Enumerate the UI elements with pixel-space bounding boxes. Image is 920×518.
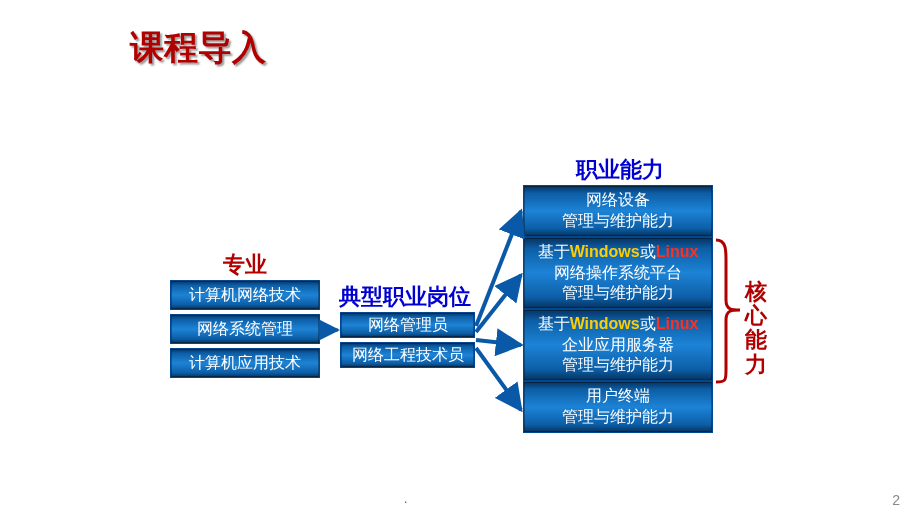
specialty-label: 计算机网络技术 [189, 285, 301, 306]
job-box-1: 网络工程技术员 [340, 342, 475, 368]
job-label: 网络工程技术员 [352, 345, 464, 366]
col-title-jobs: 典型职业岗位 [335, 282, 475, 312]
side-label-core: 核心能力 [745, 280, 767, 377]
skill-line: 管理与维护能力 [562, 283, 674, 304]
connectors-svg [0, 0, 920, 518]
skill-accent: 基于Windows或Linux [538, 314, 699, 335]
skills-stack: 网络设备 管理与维护能力 基于Windows或Linux 网络操作系统平台 管理… [523, 185, 713, 433]
side-label-text: 核心能力 [745, 279, 767, 377]
accent-prefix: 基于 [538, 243, 570, 260]
svg-line-4 [476, 348, 521, 410]
specialty-label: 网络系统管理 [197, 319, 293, 340]
skill-line: 网络操作系统平台 [554, 263, 682, 284]
accent-mid: 或 [640, 243, 656, 260]
skill-box-2: 基于Windows或Linux 企业应用服务器 管理与维护能力 [523, 309, 713, 381]
accent-kw1: Windows [570, 315, 640, 332]
skill-line: 网络设备 [586, 190, 650, 211]
specialty-label: 计算机应用技术 [189, 353, 301, 374]
job-box-0: 网络管理员 [340, 312, 475, 338]
accent-kw2: Linux [656, 243, 699, 260]
skill-line: 管理与维护能力 [562, 407, 674, 428]
specialty-box-2: 计算机应用技术 [170, 348, 320, 378]
brace-icon [716, 240, 740, 382]
accent-prefix: 基于 [538, 315, 570, 332]
col-title-specialty: 专业 [200, 250, 290, 280]
accent-mid: 或 [640, 315, 656, 332]
svg-line-3 [476, 340, 521, 345]
skill-box-3: 用户终端 管理与维护能力 [523, 381, 713, 433]
job-label: 网络管理员 [368, 315, 448, 336]
svg-line-2 [476, 275, 521, 332]
skill-line: 管理与维护能力 [562, 211, 674, 232]
accent-kw2: Linux [656, 315, 699, 332]
accent-kw1: Windows [570, 243, 640, 260]
skill-box-0: 网络设备 管理与维护能力 [523, 185, 713, 237]
skill-line: 用户终端 [586, 386, 650, 407]
footer-mark: . [404, 492, 407, 506]
skill-box-1: 基于Windows或Linux 网络操作系统平台 管理与维护能力 [523, 237, 713, 309]
svg-line-1 [476, 211, 521, 326]
skill-line: 企业应用服务器 [562, 335, 674, 356]
skill-accent: 基于Windows或Linux [538, 242, 699, 263]
col-title-skills: 职业能力 [570, 155, 670, 185]
specialty-box-0: 计算机网络技术 [170, 280, 320, 310]
specialty-box-1: 网络系统管理 [170, 314, 320, 344]
page-number: 2 [892, 492, 900, 508]
skill-line: 管理与维护能力 [562, 355, 674, 376]
slide-title: 课程导入 [130, 25, 266, 71]
